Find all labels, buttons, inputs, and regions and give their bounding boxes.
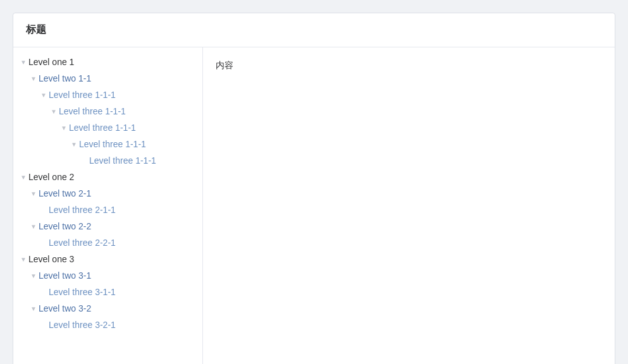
tree-arrow-three2-1-1 [39,205,49,215]
tree-arrow-one3 [18,254,28,264]
tree-label-three3-2-1: Level three 3-2-1 [49,320,116,330]
tree-label-three1-1-1b: Level three 1-1-1 [59,106,126,116]
tree-arrow-three2-2-1 [39,238,49,248]
tree-label-one2: Level one 2 [28,172,74,182]
tree-node-two3-1[interactable]: Level two 3-1 [13,267,202,284]
tree-label-three2-2-1: Level three 2-2-1 [49,238,116,248]
tree-node-three1-1-1d[interactable]: Level three 1-1-1 [13,136,202,152]
content-area: 内容 [203,47,615,364]
tree-arrow-three3-1-1 [39,287,49,297]
tree-arrow-three1-1-1e [79,155,89,166]
tree-label-one3: Level one 3 [28,254,74,264]
tree-label-two3-2: Level two 3-2 [39,303,91,313]
tree-label-one1: Level one 1 [28,57,74,67]
app-container: 标题 Level one 1Level two 1-1Level three 1… [13,13,615,364]
tree-node-two3-2[interactable]: Level two 3-2 [13,300,202,317]
tree-node-two2-1[interactable]: Level two 2-1 [13,185,202,202]
tree-label-three3-1-1: Level three 3-1-1 [49,287,116,297]
tree-label-three1-1-1e: Level three 1-1-1 [89,155,156,166]
tree-label-three1-1-1a: Level three 1-1-1 [49,90,116,100]
tree-label-three1-1-1c: Level three 1-1-1 [69,123,136,133]
tree-node-three1-1-1e[interactable]: Level three 1-1-1 [13,152,202,169]
content-text: 内容 [216,60,233,70]
tree-arrow-two1-1 [28,73,39,83]
tree-node-two1-1[interactable]: Level two 1-1 [13,70,202,87]
tree-arrow-one1 [18,57,28,67]
tree-label-three1-1-1d: Level three 1-1-1 [79,139,146,149]
tree-arrow-three3-2-1 [39,320,49,330]
tree-arrow-three1-1-1b [49,106,59,116]
tree-label-two2-1: Level two 2-1 [39,188,91,198]
tree-node-three2-1-1[interactable]: Level three 2-1-1 [13,202,202,218]
tree-arrow-two3-2 [28,303,39,313]
tree-node-three3-1-1[interactable]: Level three 3-1-1 [13,284,202,300]
tree-node-three3-2-1[interactable]: Level three 3-2-1 [13,317,202,333]
tree-arrow-two3-1 [28,270,39,281]
tree-node-three1-1-1b[interactable]: Level three 1-1-1 [13,103,202,119]
tree-arrow-two2-2 [28,221,39,231]
page-title: 标题 [26,24,46,35]
tree-node-three1-1-1c[interactable]: Level three 1-1-1 [13,119,202,136]
tree-arrow-three1-1-1a [39,90,49,100]
tree-label-two3-1: Level two 3-1 [39,270,91,281]
tree-arrow-two2-1 [28,188,39,198]
sidebar-tree: Level one 1Level two 1-1Level three 1-1-… [13,47,203,364]
tree-node-three2-2-1[interactable]: Level three 2-2-1 [13,234,202,251]
tree-node-one2[interactable]: Level one 2 [13,169,202,185]
tree-arrow-three1-1-1d [69,139,79,149]
tree-arrow-one2 [18,172,28,182]
tree-label-two2-2: Level two 2-2 [39,221,91,231]
tree-node-three1-1-1a[interactable]: Level three 1-1-1 [13,87,202,103]
tree-arrow-three1-1-1c [59,123,69,133]
tree-node-two2-2[interactable]: Level two 2-2 [13,218,202,234]
tree-node-one3[interactable]: Level one 3 [13,251,202,267]
tree-label-two1-1: Level two 1-1 [39,73,91,83]
tree-node-one1[interactable]: Level one 1 [13,54,202,70]
page-header: 标题 [13,13,615,47]
tree-label-three2-1-1: Level three 2-1-1 [49,205,116,215]
main-layout: Level one 1Level two 1-1Level three 1-1-… [13,47,615,364]
